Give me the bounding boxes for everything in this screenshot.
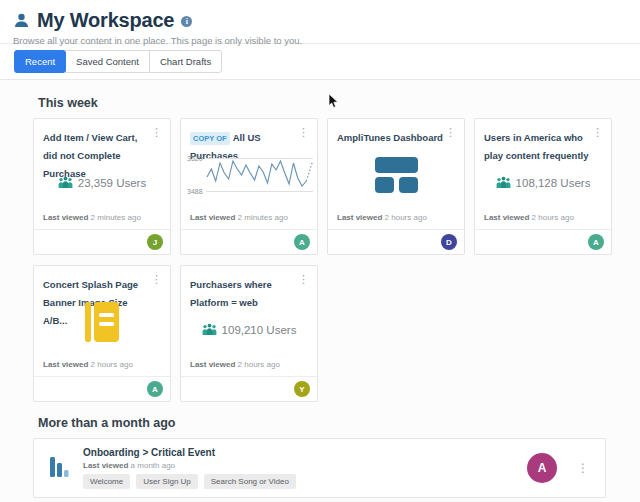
users-group-icon bbox=[496, 176, 511, 189]
main-content: This week Add Item / View Cart, did not … bbox=[0, 80, 640, 502]
card-footer: D bbox=[328, 229, 464, 254]
info-icon[interactable]: i bbox=[181, 16, 192, 27]
notebook-icon bbox=[83, 300, 121, 344]
card-title: Purchasers where Platform = web bbox=[190, 279, 272, 308]
content-card[interactable]: AmpliTunes Dashboard ⋮ Last viewed 2 hou… bbox=[327, 118, 465, 255]
card-footer: A bbox=[181, 229, 317, 254]
tab-group: Recent Saved Content Chart Drafts bbox=[14, 50, 222, 73]
card-body: AmpliTunes Dashboard ⋮ Last viewed 2 hou… bbox=[328, 119, 464, 229]
last-viewed-label: Last viewed bbox=[43, 213, 88, 222]
last-viewed-time: 2 hours ago bbox=[91, 360, 133, 369]
kebab-menu-icon[interactable]: ⋮ bbox=[295, 126, 312, 139]
card-footer: J bbox=[34, 229, 170, 254]
card-title: Add Item / View Cart, did not Complete P… bbox=[43, 132, 137, 179]
dashboard-tiles-icon bbox=[373, 155, 420, 195]
stat-value: 109,210 Users bbox=[222, 324, 297, 336]
card-body: Add Item / View Cart, did not Complete P… bbox=[34, 119, 170, 229]
users-stat: 23,359 Users bbox=[34, 176, 170, 189]
tab-recent[interactable]: Recent bbox=[14, 50, 66, 73]
last-viewed-label: Last viewed bbox=[484, 213, 529, 222]
section-heading-this-week: This week bbox=[38, 96, 640, 110]
person-icon bbox=[13, 12, 30, 29]
tab-saved-content[interactable]: Saved Content bbox=[65, 50, 150, 73]
last-viewed-time: a month ago bbox=[131, 461, 175, 470]
copy-of-badge: COPY OF bbox=[190, 132, 230, 145]
content-card[interactable]: Purchasers where Platform = web ⋮ 109,21… bbox=[180, 265, 318, 402]
card-title-line: Add Item / View Cart, did not Complete P… bbox=[43, 127, 163, 181]
y-min-label: 3488 bbox=[187, 188, 203, 195]
last-viewed-time: 2 hours ago bbox=[385, 213, 427, 222]
card-title-line: AmpliTunes Dashboard bbox=[337, 127, 457, 145]
last-viewed-time: 2 hours ago bbox=[238, 360, 280, 369]
list-item-text: Onboarding > Critical Event Last viewed … bbox=[83, 447, 519, 489]
card-body: Users in America who play content freque… bbox=[475, 119, 611, 229]
avatar: A bbox=[527, 453, 557, 483]
content-card[interactable]: Users in America who play content freque… bbox=[474, 118, 612, 255]
y-max-label: 3520 bbox=[187, 155, 203, 162]
avatar: A bbox=[588, 234, 604, 250]
tag-list: WelcomeUser Sign UpSearch Song or Video bbox=[83, 474, 519, 489]
this-week-card-grid: Add Item / View Cart, did not Complete P… bbox=[33, 118, 615, 402]
avatar: A bbox=[294, 234, 310, 250]
funnel-chart-icon bbox=[50, 457, 69, 480]
list-item[interactable]: Onboarding > Critical Event Last viewed … bbox=[33, 438, 606, 498]
kebab-menu-icon[interactable]: ⋮ bbox=[148, 126, 165, 139]
users-stat: 108,128 Users bbox=[475, 176, 611, 189]
content-card[interactable]: Add Item / View Cart, did not Complete P… bbox=[33, 118, 171, 255]
kebab-menu-icon[interactable]: ⋮ bbox=[442, 126, 459, 139]
card-body: COPY OFAll US Purchases ⋮ 35203488 Last … bbox=[181, 119, 317, 229]
content-card[interactable]: Concert Splash Page Banner Image Size A/… bbox=[33, 265, 171, 402]
avatar: J bbox=[147, 234, 163, 250]
page-header: My Workspace i Browse all your content i… bbox=[0, 0, 640, 44]
last-viewed-label: Last viewed bbox=[190, 213, 235, 222]
avatar: Y bbox=[294, 381, 310, 397]
tag-pill: Welcome bbox=[83, 474, 130, 489]
tab-chart-drafts[interactable]: Chart Drafts bbox=[149, 50, 222, 73]
mouse-cursor bbox=[328, 93, 339, 113]
content-card[interactable]: COPY OFAll US Purchases ⋮ 35203488 Last … bbox=[180, 118, 318, 255]
card-title-line: Purchasers where Platform = web bbox=[190, 274, 310, 310]
users-group-icon bbox=[202, 323, 217, 336]
last-viewed-label: Last viewed bbox=[83, 461, 128, 470]
tag-pill: User Sign Up bbox=[136, 474, 198, 489]
last-viewed-label: Last viewed bbox=[190, 360, 235, 369]
card-last-viewed: Last viewed 2 minutes ago bbox=[43, 213, 141, 222]
users-stat: 109,210 Users bbox=[181, 323, 317, 336]
card-preview: 23,359 Users bbox=[34, 176, 170, 189]
list-item-last-viewed: Last viewed a month ago bbox=[83, 461, 519, 470]
card-footer: A bbox=[475, 229, 611, 254]
card-footer: Y bbox=[181, 376, 317, 401]
section-heading-older: More than a month ago bbox=[38, 416, 640, 430]
last-viewed-time: 2 minutes ago bbox=[238, 213, 288, 222]
stat-value: 108,128 Users bbox=[516, 177, 591, 189]
card-preview bbox=[34, 300, 170, 348]
card-footer: A bbox=[34, 376, 170, 401]
tab-bar: Recent Saved Content Chart Drafts bbox=[0, 44, 640, 80]
tag-pill: Search Song or Video bbox=[204, 474, 296, 489]
kebab-menu-icon[interactable]: ⋮ bbox=[295, 273, 312, 286]
card-preview: 108,128 Users bbox=[475, 176, 611, 189]
card-last-viewed: Last viewed 2 hours ago bbox=[190, 360, 280, 369]
card-preview: 35203488 bbox=[181, 155, 317, 195]
card-title-line: Users in America who play content freque… bbox=[484, 127, 604, 163]
sparkline-chart: 35203488 bbox=[181, 155, 317, 195]
kebab-menu-icon[interactable]: ⋮ bbox=[573, 459, 593, 477]
card-last-viewed: Last viewed 2 hours ago bbox=[337, 213, 427, 222]
line-chart bbox=[206, 155, 313, 195]
card-last-viewed: Last viewed 2 hours ago bbox=[484, 213, 574, 222]
last-viewed-label: Last viewed bbox=[337, 213, 382, 222]
last-viewed-label: Last viewed bbox=[43, 360, 88, 369]
card-last-viewed: Last viewed 2 minutes ago bbox=[190, 213, 288, 222]
card-last-viewed: Last viewed 2 hours ago bbox=[43, 360, 133, 369]
kebab-menu-icon[interactable]: ⋮ bbox=[589, 126, 606, 139]
users-group-icon bbox=[58, 176, 73, 189]
card-title: Users in America who play content freque… bbox=[484, 132, 589, 161]
avatar: D bbox=[441, 234, 457, 250]
chart-y-axis: 35203488 bbox=[187, 155, 206, 195]
kebab-menu-icon[interactable]: ⋮ bbox=[148, 273, 165, 286]
card-title: AmpliTunes Dashboard bbox=[337, 132, 443, 143]
card-preview: 109,210 Users bbox=[181, 323, 317, 336]
page-title: My Workspace bbox=[37, 9, 174, 32]
stat-value: 23,359 Users bbox=[78, 177, 146, 189]
card-body: Purchasers where Platform = web ⋮ 109,21… bbox=[181, 266, 317, 376]
